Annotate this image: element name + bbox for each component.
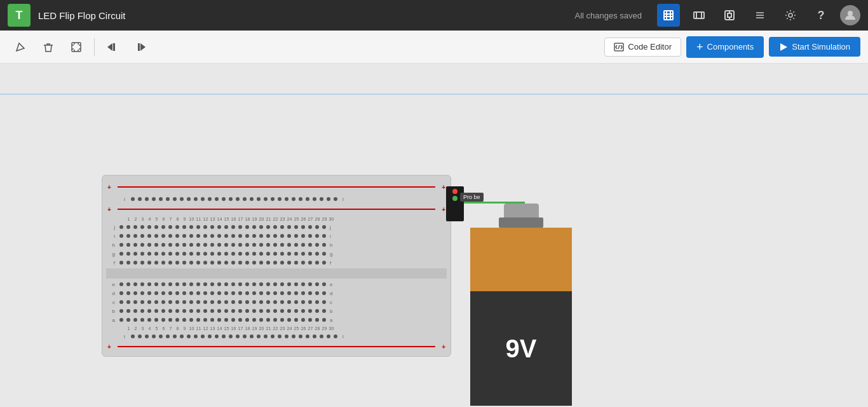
avatar[interactable]: [840, 5, 860, 25]
code-editor-label: Code Editor: [628, 42, 672, 52]
nav-bom-btn[interactable]: [749, 4, 771, 27]
toolbar: Code Editor + Components Start Simulatio…: [0, 31, 868, 64]
plus-label-top-left: +: [107, 184, 111, 191]
nav-help-btn[interactable]: ?: [810, 4, 832, 27]
component-green-dot: [452, 196, 458, 201]
red-rail-bottom: [118, 346, 435, 347]
project-title: LED Flip Flop Circuit: [38, 10, 567, 21]
top-red-line-row: + +: [106, 205, 447, 214]
row-j: j j: [106, 223, 447, 231]
svg-marker-29: [140, 43, 146, 51]
h-guide-line-1: [0, 93, 868, 95]
bottom-power-dots: l l: [106, 332, 447, 341]
component-red-dot: [452, 189, 458, 194]
row-f: f f: [106, 258, 447, 267]
plus-label-bottom-right: +: [442, 343, 445, 350]
start-simulation-button[interactable]: Start Simulation: [769, 37, 860, 57]
svg-rect-28: [113, 43, 115, 51]
bb-dot: [131, 197, 135, 201]
col-labels-top: 12345 678910 1112131415 1617181920 21222…: [106, 215, 447, 223]
components-label: Components: [707, 42, 754, 52]
red-rail-top: [118, 186, 435, 188]
row-b: b b: [106, 307, 447, 315]
svg-line-32: [618, 45, 620, 49]
probe-tooltip: Pro be: [460, 193, 484, 202]
svg-point-15: [789, 13, 792, 17]
plus-left: +: [107, 206, 111, 213]
svg-rect-30: [138, 43, 140, 51]
bottom-section: e e d d: [106, 280, 447, 324]
code-editor-button[interactable]: Code Editor: [604, 38, 681, 57]
bb-l-label-top: l: [120, 197, 129, 202]
draw-btn[interactable]: [8, 34, 33, 60]
breadboard[interactable]: + + l l + + 12: [102, 175, 451, 357]
navbar: T LED Flip Flop Circuit All changes save…: [0, 0, 868, 31]
svg-rect-18: [72, 43, 81, 52]
battery-label: 9V: [506, 335, 537, 363]
row-c: c c: [106, 298, 447, 307]
components-button[interactable]: + Components: [686, 36, 764, 58]
row-g: g g: [106, 249, 447, 258]
svg-rect-5: [694, 12, 704, 18]
bb-l-label-top-r: l: [339, 197, 348, 202]
nav-pcb-btn[interactable]: [718, 4, 741, 27]
svg-rect-0: [664, 11, 673, 20]
svg-point-16: [848, 11, 853, 16]
bottom-positive-rail: + +: [106, 342, 447, 351]
col-labels-bottom: 12345 678910 1112131415 1617181920 21222…: [106, 324, 447, 332]
top-section: j j i i: [106, 223, 447, 267]
plus-label-top-right: +: [442, 184, 445, 191]
breadboard-container[interactable]: + + l l + + 12: [102, 175, 451, 357]
red-wire-top: [118, 209, 435, 210]
rewind-btn[interactable]: [100, 34, 125, 60]
svg-rect-9: [728, 13, 731, 17]
row-h: h h: [106, 240, 447, 249]
row-i: i i: [106, 231, 447, 240]
save-status: All changes saved: [574, 11, 642, 20]
center-gap: [106, 268, 447, 279]
toolbar-right: Code Editor + Components Start Simulatio…: [604, 36, 860, 58]
row-e: e e: [106, 280, 447, 289]
top-positive-rail: + +: [106, 181, 447, 193]
plus-right: +: [442, 206, 445, 213]
logo: T: [8, 4, 31, 27]
svg-marker-27: [107, 43, 112, 51]
frame-btn[interactable]: [64, 34, 89, 60]
delete-btn[interactable]: [36, 34, 61, 60]
nav-schematic-btn[interactable]: [657, 4, 680, 27]
row-d: d d: [106, 289, 447, 298]
forward-btn[interactable]: [128, 34, 153, 60]
toolbar-separator: [94, 38, 95, 56]
canvas-area[interactable]: + + l l + + 12: [0, 64, 868, 407]
top-power-dots: l l: [106, 195, 447, 204]
battery[interactable]: 9V: [470, 204, 572, 406]
row-a: a a: [106, 315, 447, 324]
svg-marker-33: [780, 43, 787, 51]
start-simulation-label: Start Simulation: [792, 42, 850, 52]
led-component[interactable]: Pro be: [446, 186, 464, 221]
plus-label-bottom-left: +: [107, 343, 111, 350]
nav-settings-btn[interactable]: [779, 4, 802, 27]
nav-layout-btn[interactable]: [688, 4, 710, 27]
